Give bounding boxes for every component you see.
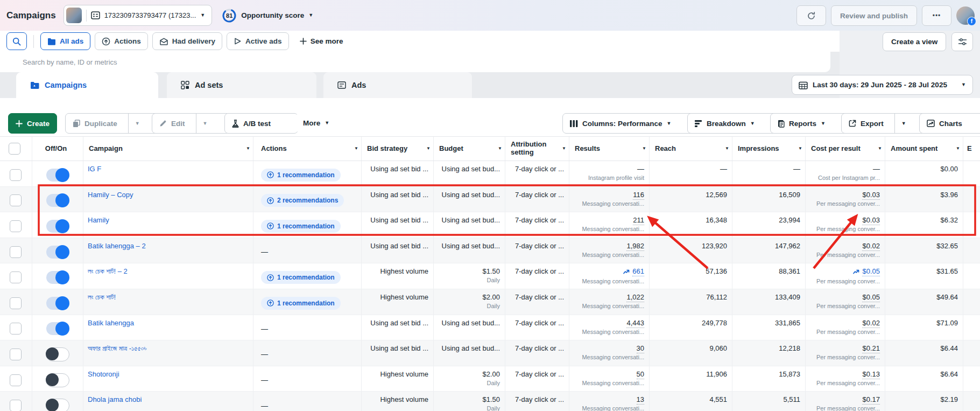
- campaign-name-link[interactable]: IG F: [88, 165, 101, 173]
- campaign-name-link[interactable]: Dhola jama chobi: [88, 395, 142, 403]
- header-impressions[interactable]: Impressions▼: [732, 137, 806, 161]
- cost-per-result-value[interactable]: $0.02: [810, 242, 880, 250]
- cost-per-result-value[interactable]: $0.03: [810, 191, 880, 199]
- off-on-toggle[interactable]: [46, 297, 69, 310]
- review-and-publish-button[interactable]: Review and publish: [831, 5, 917, 26]
- results-value[interactable]: 1,982: [574, 242, 644, 250]
- campaign-name-link[interactable]: Hamily: [88, 216, 109, 224]
- cost-per-result-value[interactable]: $0.21: [810, 344, 880, 352]
- header-cost-per-result[interactable]: Cost per result▼: [806, 137, 885, 161]
- row-checkbox[interactable]: [10, 194, 22, 206]
- cost-per-result-value[interactable]: $0.17: [810, 395, 880, 403]
- header-budget[interactable]: Budget▼: [434, 137, 505, 161]
- results-value[interactable]: 116: [574, 191, 644, 199]
- row-checkbox[interactable]: [10, 374, 22, 386]
- recommendation-badge[interactable]: 1 recommendation: [261, 271, 341, 284]
- create-button[interactable]: Create: [8, 113, 57, 134]
- search-input[interactable]: [22, 58, 777, 67]
- filter-all-ads[interactable]: All ads: [40, 32, 90, 50]
- off-on-toggle[interactable]: [46, 271, 69, 284]
- off-on-toggle[interactable]: [46, 246, 69, 259]
- campaign-name-link[interactable]: Shotoronji: [88, 370, 119, 378]
- ad-account-selector[interactable]: 1732309733793477 (17323... ▼: [64, 5, 213, 26]
- row-checkbox[interactable]: [10, 220, 22, 232]
- header-bid-strategy[interactable]: Bid strategy▼: [362, 137, 434, 161]
- more-button[interactable]: More▼: [296, 113, 336, 133]
- header-reach[interactable]: Reach▼: [650, 137, 732, 161]
- header-campaign[interactable]: Campaign▼: [83, 137, 253, 161]
- results-value[interactable]: 13: [574, 395, 644, 403]
- header-attribution-setting[interactable]: Attribution setting▼: [505, 137, 569, 161]
- header-results[interactable]: Results▼: [569, 137, 650, 161]
- cost-per-result-value[interactable]: $0.13: [810, 370, 880, 378]
- row-checkbox[interactable]: [10, 323, 22, 335]
- results-value[interactable]: 1,022: [574, 293, 644, 301]
- cost-per-result-value[interactable]: —: [810, 165, 880, 173]
- view-settings-button[interactable]: [951, 32, 973, 51]
- search-filter-button[interactable]: [6, 32, 27, 50]
- results-value[interactable]: 50: [574, 370, 644, 378]
- recommendation-badge[interactable]: 2 recommendations: [261, 194, 344, 207]
- edit-button[interactable]: Edit ▼: [152, 113, 230, 134]
- row-checkbox[interactable]: [10, 349, 22, 360]
- off-on-toggle[interactable]: [46, 220, 69, 233]
- off-on-toggle[interactable]: [46, 347, 69, 361]
- export-button[interactable]: Export ▼: [841, 113, 929, 134]
- tab-campaigns[interactable]: Campaigns: [16, 72, 158, 98]
- refresh-button[interactable]: [796, 5, 826, 26]
- filter-actions[interactable]: Actions: [95, 32, 148, 50]
- results-value[interactable]: 661: [574, 267, 644, 276]
- campaign-name-link[interactable]: লং চেক শার্ট! – 2: [88, 267, 128, 275]
- cost-per-result-value[interactable]: $0.02: [810, 319, 880, 327]
- campaign-name-link[interactable]: Batik lahengga – 2: [88, 242, 146, 250]
- charts-button[interactable]: Charts: [919, 113, 980, 134]
- row-checkbox[interactable]: [10, 400, 22, 411]
- more-options-button[interactable]: •••: [922, 5, 951, 26]
- results-value[interactable]: 30: [574, 344, 644, 352]
- cost-per-result-value[interactable]: $0.05: [810, 293, 880, 301]
- header-off-on[interactable]: Off/On: [32, 137, 83, 161]
- row-checkbox[interactable]: [10, 169, 22, 181]
- tab-ad-sets[interactable]: Ad sets: [167, 72, 316, 98]
- duplicate-button[interactable]: Duplicate ▼: [65, 113, 163, 134]
- off-on-toggle[interactable]: [46, 169, 69, 182]
- off-on-toggle[interactable]: [46, 322, 69, 335]
- filter-had-delivery[interactable]: Had delivery: [152, 32, 222, 50]
- off-on-toggle[interactable]: [46, 194, 69, 207]
- opportunity-score[interactable]: 81 Opportunity score ▼: [222, 8, 313, 23]
- ab-test-button[interactable]: A/B test: [224, 113, 298, 134]
- reports-button[interactable]: Reports▼: [770, 113, 852, 134]
- select-all-checkbox[interactable]: [9, 143, 20, 155]
- results-value[interactable]: 211: [574, 216, 644, 224]
- columns-button[interactable]: Columns: Performance▼: [562, 113, 697, 134]
- row-checkbox[interactable]: [10, 271, 22, 283]
- results-value[interactable]: 4,443: [574, 319, 644, 327]
- recommendation-badge[interactable]: 1 recommendation: [261, 297, 341, 310]
- cost-per-result-value[interactable]: $0.05: [810, 267, 880, 276]
- header-amount-spent[interactable]: Amount spent▼: [885, 137, 963, 161]
- row-checkbox[interactable]: [10, 297, 22, 309]
- export-dropdown[interactable]: ▼: [894, 114, 906, 133]
- filter-active-ads[interactable]: Active ads: [227, 32, 289, 50]
- header-ends[interactable]: E: [963, 137, 980, 161]
- see-more-filters[interactable]: See more: [293, 33, 350, 50]
- user-avatar[interactable]: f: [956, 6, 975, 25]
- campaign-name-link[interactable]: Batik lahengga: [88, 319, 134, 327]
- tab-ads[interactable]: Ads: [323, 72, 472, 98]
- create-a-view-button[interactable]: Create a view: [883, 32, 946, 51]
- duplicate-dropdown[interactable]: ▼: [128, 114, 140, 133]
- off-on-toggle[interactable]: [46, 373, 69, 387]
- campaign-name-link[interactable]: অফার প্রাইজে মাত্র -১৫৫০৳: [88, 344, 147, 352]
- date-range-selector[interactable]: Last 30 days: 29 Jun 2025 - 28 Jul 2025 …: [792, 75, 973, 95]
- results-value[interactable]: —: [574, 165, 644, 173]
- row-checkbox[interactable]: [10, 246, 22, 258]
- recommendation-badge[interactable]: 1 recommendation: [261, 169, 341, 182]
- campaign-name-link[interactable]: লং চেক শার্ট!: [88, 293, 116, 301]
- off-on-toggle[interactable]: [46, 399, 69, 411]
- edit-dropdown[interactable]: ▼: [196, 114, 208, 133]
- breakdown-button[interactable]: Breakdown▼: [687, 113, 779, 134]
- recommendation-badge[interactable]: 1 recommendation: [261, 220, 341, 233]
- header-actions[interactable]: Actions▼: [253, 137, 362, 161]
- campaign-name-link[interactable]: Hamily – Copy: [88, 191, 133, 199]
- cost-per-result-value[interactable]: $0.03: [810, 216, 880, 224]
